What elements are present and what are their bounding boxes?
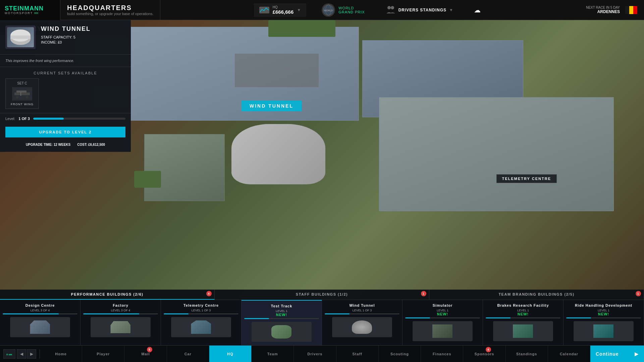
staff-capacity-stat: STAFF CAPACITY: 5 — [41, 35, 125, 39]
nav-calendar[interactable]: Calendar — [548, 346, 590, 362]
hq-chart-icon — [259, 7, 269, 13]
upgrade-time-label: UPGRADE TIME: 12 WEEKS — [26, 143, 70, 146]
wind-tunnel-map-label[interactable]: WIND TUNNEL — [241, 101, 302, 111]
green-area-3 — [134, 171, 161, 188]
building-card-telemetry[interactable]: Telemetry Centre LEVEL 1 OF 3 — [161, 300, 241, 345]
performance-buildings-tab[interactable]: PERFORMANCE BUILDINGS (2/6) 4 — [0, 290, 215, 300]
drivers-text: DRIVERS STANDINGS — [398, 8, 446, 12]
nav-player[interactable]: Player — [82, 346, 124, 362]
nav-scouting[interactable]: Scouting — [379, 346, 421, 362]
header: STEINMANN MOTORSPORT HEADQUARTERS build … — [0, 0, 644, 20]
simulator-img — [413, 321, 472, 341]
telemetry-img — [171, 317, 231, 337]
building-card-design-centre[interactable]: Design Centre LEVEL 3 OF 4 — [0, 300, 80, 345]
hq-chevron-icon[interactable]: ▼ — [297, 8, 301, 12]
building-card-simulator[interactable]: Simulator LEVEL 1 NEW! — [402, 300, 483, 345]
ride-handling-name: Ride Handling Development — [566, 303, 641, 307]
factory-name: Factory — [83, 303, 158, 307]
level-row: Level: 1 OF 3 — [0, 113, 131, 124]
bottom-tabs-container: PERFORMANCE BUILDINGS (2/6) 4 STAFF BUIL… — [0, 290, 644, 345]
telemetry-icon — [191, 320, 211, 334]
drivers-standings-widget[interactable]: DRIVERS STANDINGS ▼ — [380, 3, 459, 17]
nav-mail[interactable]: Mail 5 — [124, 346, 167, 362]
team-branding-tab[interactable]: TEAM BRANDING BUILDINGS (2/5) 1 — [429, 290, 644, 300]
svg-rect-8 — [10, 36, 31, 39]
buildings-row: Design Centre LEVEL 3 OF 4 Factory LEVEL… — [0, 300, 644, 345]
nav-finances[interactable]: Finances — [421, 346, 463, 362]
logo-decoration — [34, 12, 38, 14]
staff-buildings-tab[interactable]: STAFF BUILDINGS (1/2) 1 — [215, 290, 429, 300]
nav-standings[interactable]: Standings — [506, 346, 548, 362]
mail-badge: 5 — [147, 347, 152, 352]
svg-point-4 — [387, 6, 391, 9]
nav-drivers[interactable]: Drivers — [294, 346, 336, 362]
nav-arrows: ◀ ▶ — [17, 349, 36, 359]
wind-tunnel-shape — [231, 124, 325, 184]
upgrade-button[interactable]: UPGRADE TO LEVEL 2 — [5, 127, 125, 137]
building-card-ride-handling[interactable]: Ride Handling Development LEVEL 1 NEW! — [564, 300, 644, 345]
set-card[interactable]: SET C FRONT WING — [5, 78, 39, 109]
header-center: HQ £666,666 ▼ WORLD WORLDGRAND PRIX — [160, 1, 579, 19]
sets-title: CURRENT SETS AVAILABLE — [5, 71, 125, 75]
telemetry-bar — [164, 313, 238, 314]
world-icon: WORLD — [322, 3, 335, 17]
building-description: This improves the front wing performance… — [0, 55, 131, 67]
drivers-chevron-icon[interactable]: ▼ — [449, 8, 453, 12]
simulator-name: Simulator — [405, 303, 480, 307]
svg-point-11 — [16, 96, 18, 99]
test-track-level: LEVEL 1 NEW! — [244, 309, 319, 317]
design-centre-level: LEVEL 3 OF 4 — [3, 309, 77, 312]
wind-tunnel-card-name: Wind Tunnel — [325, 303, 399, 307]
level-label: Level: — [5, 117, 15, 121]
design-centre-bar — [3, 313, 77, 314]
logo-area: STEINMANN MOTORSPORT — [0, 0, 60, 20]
next-race-label: NEXT RACE IN 5 DAY — [586, 6, 620, 9]
factory-img — [91, 317, 150, 337]
weather-widget: ☁ — [469, 4, 486, 16]
panel-info: WIND TUNNEL STAFF CAPACITY: 5 INCOME: £0 — [41, 25, 125, 45]
nav-staff[interactable]: Staff — [336, 346, 379, 362]
nav-left-controls: ∧ MM ◀ ▶ — [0, 349, 40, 359]
performance-badge: 4 — [206, 291, 212, 296]
nav-car[interactable]: Car — [167, 346, 209, 362]
test-track-bar-fill — [244, 318, 269, 319]
ride-handling-icon — [593, 324, 613, 338]
factory-level: LEVEL 3 OF 4 — [83, 309, 158, 312]
nav-home[interactable]: Home — [40, 346, 82, 362]
upgrade-info: UPGRADE TIME: 12 WEEKS COST: £6,612,500 — [0, 140, 131, 152]
building-thumbnail — [5, 25, 36, 49]
design-centre-icon — [30, 320, 50, 334]
svg-point-5 — [391, 6, 394, 9]
wind-tunnel-icon — [352, 320, 372, 334]
set-part-name: FRONT WING — [8, 103, 36, 106]
brakes-bar-fill — [486, 317, 511, 318]
nav-sponsors[interactable]: Sponsors 4 — [463, 346, 505, 362]
brakes-name: Brakes Research Facility — [486, 303, 560, 307]
header-right: NEXT RACE IN 5 DAY ARDENNES — [579, 6, 644, 14]
world-grand-prix-widget[interactable]: WORLD WORLDGRAND PRIX — [316, 1, 370, 19]
building-card-test-track[interactable]: Test Track LEVEL 1 NEW! — [241, 300, 322, 345]
design-centre-name: Design Centre — [3, 303, 77, 307]
nav-team[interactable]: Team — [252, 346, 294, 362]
telemetry-bar-fill — [164, 313, 189, 314]
hq-info-widget[interactable]: HQ £666,666 ▼ — [254, 3, 306, 17]
nav-hq[interactable]: HQ — [209, 346, 252, 362]
simulator-icon — [432, 324, 452, 338]
telemetry-map-label[interactable]: TELEMETRY CENTRE — [496, 174, 557, 183]
building-card-brakes[interactable]: Brakes Research Facility LEVEL 1 NEW! — [483, 300, 564, 345]
hq-value: £666,666 — [273, 9, 294, 15]
nav-back-button[interactable]: ◀ — [17, 349, 26, 359]
sponsors-badge: 4 — [486, 347, 491, 352]
design-centre-img — [10, 317, 70, 337]
drivers-label: DRIVERS STANDINGS — [398, 8, 446, 12]
building-card-factory[interactable]: Factory LEVEL 3 OF 4 — [80, 300, 161, 345]
brakes-icon — [513, 324, 533, 338]
hq-info-text: HQ £666,666 — [273, 5, 294, 15]
nav-forward-button[interactable]: ▶ — [27, 349, 36, 359]
continue-button[interactable]: Continue ▶ — [590, 346, 644, 362]
staff-badge: 1 — [421, 291, 426, 296]
facility-left — [144, 134, 225, 201]
hq-title-area: HEADQUARTERS build something, or upgrade… — [60, 0, 160, 20]
building-card-wind-tunnel[interactable]: Wind Tunnel LEVEL 1 OF 3 — [322, 300, 402, 345]
green-area-4 — [268, 20, 335, 37]
